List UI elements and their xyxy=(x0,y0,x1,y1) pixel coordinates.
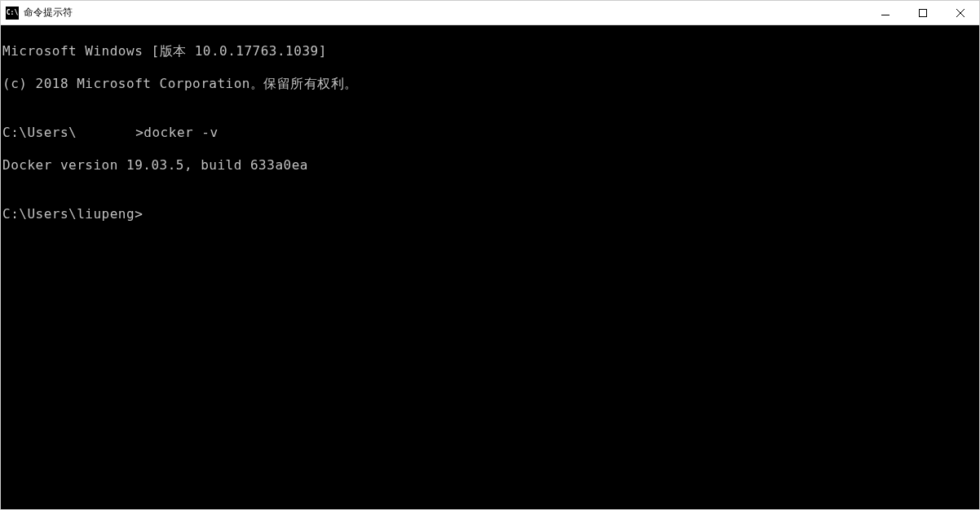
terminal-prompt-line: C:\Users\liupeng> xyxy=(2,206,978,222)
command-text: docker -v xyxy=(143,125,218,140)
command-prompt-window: C:\ 命令提示符 Microsoft Windows [版本 10.0.177… xyxy=(0,0,980,510)
terminal-line: Microsoft Windows [版本 10.0.17763.1039] xyxy=(2,43,978,59)
prompt-prefix: C:\Users\ xyxy=(2,125,77,140)
cmd-icon: C:\ xyxy=(6,7,19,20)
window-controls xyxy=(867,1,979,24)
minimize-button[interactable] xyxy=(867,1,904,24)
close-icon xyxy=(956,9,965,17)
terminal-line: Docker version 19.03.5, build 633a0ea xyxy=(2,157,978,174)
maximize-button[interactable] xyxy=(904,1,942,24)
minimize-icon xyxy=(881,15,890,15)
titlebar[interactable]: C:\ 命令提示符 xyxy=(1,1,979,25)
window-title: 命令提示符 xyxy=(24,6,73,20)
close-button[interactable] xyxy=(942,1,979,24)
maximize-icon xyxy=(919,9,927,17)
redacted-username xyxy=(77,127,135,140)
terminal-line: (c) 2018 Microsoft Corporation。保留所有权利。 xyxy=(2,76,978,92)
terminal-output[interactable]: Microsoft Windows [版本 10.0.17763.1039] (… xyxy=(1,25,979,509)
terminal-prompt-line: C:\Users\>docker -v xyxy=(2,125,978,141)
titlebar-left: C:\ 命令提示符 xyxy=(6,6,73,20)
prompt-suffix: > xyxy=(135,125,143,140)
